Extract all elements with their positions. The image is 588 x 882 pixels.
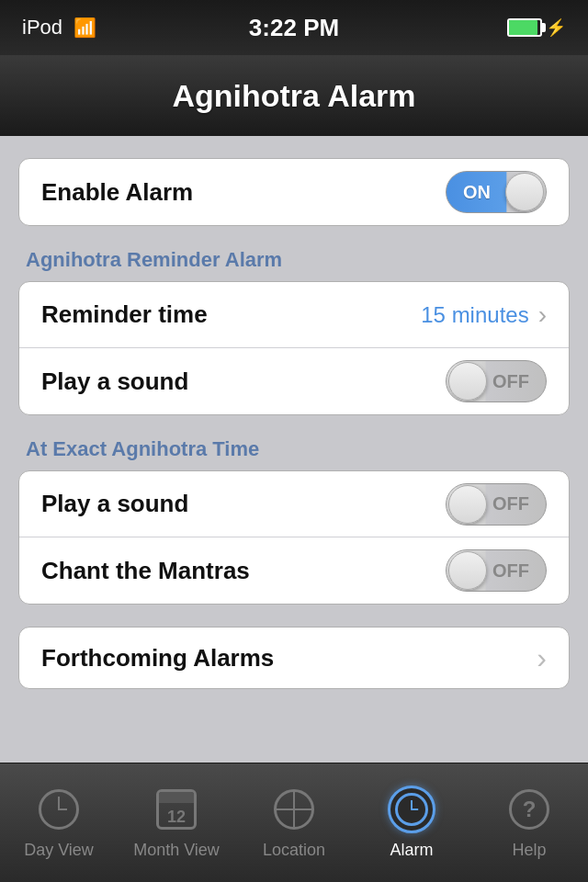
tab-alarm-label: Alarm xyxy=(390,841,433,860)
tab-bar: Day View 12 Month View Location Alarm xyxy=(0,763,588,882)
exact-card: Play a sound OFF Chant the Mantras OFF xyxy=(18,470,570,605)
help-icon: ? xyxy=(505,786,553,833)
toggle-off-label: OFF xyxy=(492,371,529,392)
battery-icon xyxy=(507,18,542,37)
clock-circle xyxy=(39,789,79,830)
reminder-sound-row: Play a sound OFF xyxy=(19,348,569,414)
tab-month-view-label: Month View xyxy=(133,841,220,860)
enable-alarm-label: Enable Alarm xyxy=(41,178,193,207)
battery-indicator: ⚡ xyxy=(507,17,566,38)
tab-location-label: Location xyxy=(263,841,325,860)
toggle-on-label: ON xyxy=(463,182,491,203)
toggle-thumb xyxy=(448,485,487,524)
carrier-label: iPod xyxy=(22,16,62,40)
exact-sound-row: Play a sound OFF xyxy=(19,471,569,537)
forthcoming-chevron-icon: › xyxy=(537,641,547,675)
calendar-header xyxy=(159,792,194,803)
reminder-sound-label: Play a sound xyxy=(41,368,188,396)
globe-wrap xyxy=(274,789,314,830)
toggle-thumb xyxy=(448,362,487,401)
reminder-card: Reminder time 15 minutes › Play a sound … xyxy=(18,281,570,415)
tab-day-view[interactable]: Day View xyxy=(0,763,118,882)
tab-day-view-label: Day View xyxy=(24,841,94,860)
exact-section-header: At Exact Agnihotra Time xyxy=(18,437,570,461)
toggle-off-label: OFF xyxy=(492,560,529,582)
wifi-icon: 📶 xyxy=(74,17,96,39)
content-area: Enable Alarm ON Agnihotra Reminder Alarm… xyxy=(0,136,588,799)
status-bar: iPod 📶 3:22 PM ⚡ xyxy=(0,0,588,55)
calendar-icon: 12 xyxy=(153,786,200,833)
calendar-number: 12 xyxy=(159,803,194,830)
forthcoming-label: Forthcoming Alarms xyxy=(41,644,274,673)
nav-bar: Agnihotra Alarm xyxy=(0,55,588,136)
exact-sound-toggle[interactable]: OFF xyxy=(446,483,547,526)
toggle-thumb xyxy=(448,551,487,590)
lightning-icon: ⚡ xyxy=(546,17,566,38)
reminder-section-header: Agnihotra Reminder Alarm xyxy=(18,248,570,272)
mantras-label: Chant the Mantras xyxy=(41,557,250,585)
tab-help-label: Help xyxy=(512,841,546,860)
alarm-active-wrap xyxy=(388,786,435,833)
globe-line xyxy=(277,808,311,810)
status-time: 3:22 PM xyxy=(249,14,339,42)
alarm-icon xyxy=(388,786,435,833)
status-left: iPod 📶 xyxy=(22,16,96,40)
tab-alarm[interactable]: Alarm xyxy=(353,763,470,882)
toggle-off-label: OFF xyxy=(492,493,529,514)
mantras-toggle[interactable]: OFF xyxy=(446,549,547,592)
enable-alarm-row: Enable Alarm ON xyxy=(19,159,569,225)
reminder-time-label: Reminder time xyxy=(41,300,208,329)
tab-help[interactable]: ? Help xyxy=(470,763,588,882)
enable-alarm-card: Enable Alarm ON xyxy=(18,158,570,226)
enable-alarm-toggle[interactable]: ON xyxy=(446,171,547,213)
exact-sound-label: Play a sound xyxy=(41,490,188,518)
clock-icon xyxy=(35,786,83,833)
chevron-right-icon: › xyxy=(538,300,547,330)
globe-icon xyxy=(270,786,318,833)
tab-month-view[interactable]: 12 Month View xyxy=(118,763,235,882)
page-title: Agnihotra Alarm xyxy=(172,78,415,114)
mantras-row: Chant the Mantras OFF xyxy=(19,537,569,604)
calendar-icon-wrap: 12 xyxy=(156,789,197,830)
alarm-circle xyxy=(395,793,428,826)
tab-location[interactable]: Location xyxy=(235,763,353,882)
reminder-time-value-group: 15 minutes › xyxy=(421,300,547,330)
forthcoming-card[interactable]: Forthcoming Alarms › xyxy=(18,627,570,689)
reminder-sound-toggle[interactable]: OFF xyxy=(446,360,547,402)
help-circle: ? xyxy=(509,789,549,830)
battery-fill xyxy=(509,20,537,35)
reminder-time-value: 15 minutes xyxy=(421,302,528,328)
reminder-time-row[interactable]: Reminder time 15 minutes › xyxy=(19,282,569,348)
toggle-thumb xyxy=(505,173,544,211)
